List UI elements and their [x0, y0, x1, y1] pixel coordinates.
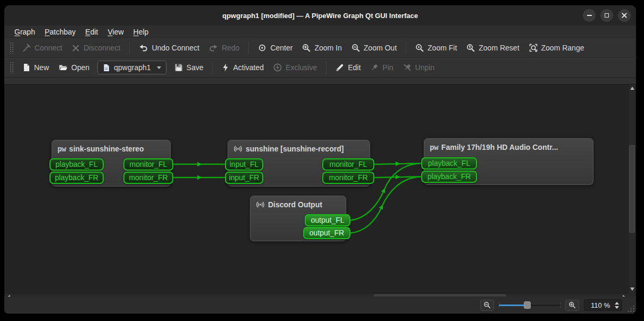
zoom-out-icon — [352, 44, 360, 52]
zoom-spinbox[interactable]: 110 % — [584, 299, 622, 311]
menu-patchbay[interactable]: Patchbay — [40, 27, 80, 37]
port-playback-fr[interactable]: playback_FR — [49, 172, 104, 184]
zoom-slider-fill — [499, 305, 527, 306]
pin-icon — [370, 63, 379, 72]
node-title: Family 17h/19h HD Audio Contr... — [441, 143, 558, 151]
window-title: qpwgraph1 [modified] — A PipeWire Graph … — [222, 12, 418, 20]
patchbay-file-label: qpwgraph1 — [114, 63, 150, 72]
spin-down-icon[interactable] — [615, 306, 619, 309]
port-monitor-fl[interactable]: monitor_FL — [322, 158, 374, 171]
zoom-reset-button[interactable]: Zoom Reset — [462, 41, 524, 55]
wire-arrow-icon — [197, 162, 202, 166]
pin-button[interactable]: Pin — [365, 61, 398, 74]
wire-arrow-icon — [396, 162, 400, 166]
resize-grip[interactable] — [627, 305, 634, 312]
save-icon — [174, 63, 183, 72]
port-playback-fr[interactable]: playback_FR — [421, 171, 477, 183]
pipewire-icon: pw — [430, 143, 438, 151]
scroll-down-icon[interactable] — [630, 288, 634, 291]
chevron-down-icon — [157, 66, 161, 69]
save-button[interactable]: Save — [170, 61, 208, 74]
center-button[interactable]: Center — [253, 41, 297, 55]
disconnect-button[interactable]: Disconnect — [67, 41, 125, 55]
port-monitor-fl[interactable]: monitor_FL — [123, 158, 173, 171]
zoom-slider-handle[interactable] — [524, 301, 531, 309]
statusbar: 110 % — [4, 297, 636, 314]
connections-layer — [5, 85, 628, 293]
port-playback-fl[interactable]: playback_FL — [421, 157, 477, 170]
zoom-range-button[interactable]: Zoom Range — [524, 41, 589, 55]
zoom-in-mini-button[interactable] — [565, 300, 579, 311]
patchbay-file-icon — [103, 64, 110, 72]
zoom-in-mini-icon — [568, 301, 576, 309]
minimize-button[interactable] — [583, 9, 596, 22]
toolbar-separator — [406, 41, 406, 54]
wire-arrow-icon — [379, 204, 385, 209]
minimize-icon — [587, 15, 592, 16]
zoom-slider[interactable] — [499, 300, 561, 310]
redo-button[interactable]: Redo — [204, 41, 244, 55]
node-title: sink-sunshine-stereo — [69, 145, 144, 153]
wire-arrow-icon — [396, 175, 400, 179]
patchbay-toolbar: New Open qpwgraph1 Save Activated Exclus… — [4, 58, 636, 78]
vertical-scrollbar-thumb[interactable] — [629, 145, 635, 233]
toolbar-separator — [129, 41, 130, 54]
node-title: Discord Output — [268, 200, 322, 209]
port-input-fl[interactable]: input_FL — [225, 158, 263, 171]
zoom-reset-icon — [466, 44, 475, 52]
scroll-up-icon[interactable] — [630, 87, 634, 90]
zoom-value[interactable]: 110 % — [589, 301, 610, 309]
port-input-fr[interactable]: input_FR — [225, 172, 263, 184]
toolbar-drag-handle[interactable] — [10, 62, 13, 73]
exclusive-button[interactable]: Exclusive — [269, 61, 322, 74]
menu-view[interactable]: View — [103, 27, 128, 37]
app-window: qpwgraph1 [modified] — A PipeWire Graph … — [4, 5, 636, 314]
open-folder-icon — [58, 63, 68, 72]
graph-central-widget: pw sink-sunshine-stereo playback_FL play… — [4, 84, 636, 302]
broadcast-icon — [233, 145, 242, 153]
port-output-fr[interactable]: output_FR — [303, 227, 350, 239]
spin-up-icon[interactable] — [615, 302, 619, 305]
connect-button[interactable]: Connect — [18, 41, 67, 55]
zoom-out-mini-icon — [483, 301, 491, 309]
new-button[interactable]: New — [18, 61, 54, 74]
close-icon — [622, 13, 627, 18]
zoom-out-button[interactable]: Zoom Out — [347, 41, 402, 55]
window-controls — [583, 9, 631, 22]
menu-help[interactable]: Help — [129, 27, 154, 37]
menu-graph[interactable]: Graph — [10, 27, 40, 37]
titlebar[interactable]: qpwgraph1 [modified] — A PipeWire Graph … — [4, 5, 636, 26]
lightning-icon — [222, 63, 229, 72]
undo-connect-button[interactable]: Undo Connect — [134, 41, 204, 55]
zoom-fit-button[interactable]: Zoom Fit — [411, 41, 462, 55]
zoom-out-mini-button[interactable] — [480, 300, 494, 311]
open-button[interactable]: Open — [54, 61, 94, 74]
close-button[interactable] — [618, 9, 631, 22]
new-file-icon — [22, 63, 30, 72]
broadcast-icon — [256, 200, 265, 209]
menubar: Graph Patchbay Edit View Help — [4, 26, 636, 38]
port-monitor-fr[interactable]: monitor_FR — [322, 172, 374, 184]
graph-toolbar: Connect Disconnect Undo Connect Redo Cen… — [4, 38, 636, 58]
circled-lightning-icon — [273, 63, 282, 72]
port-monitor-fr[interactable]: monitor_FR — [123, 172, 173, 184]
pipewire-icon: pw — [57, 145, 66, 153]
zoom-fit-icon — [415, 44, 424, 52]
activated-button[interactable]: Activated — [217, 61, 269, 74]
maximize-button[interactable] — [600, 9, 613, 22]
port-playback-fl[interactable]: playback_FL — [49, 158, 104, 171]
zoom-in-button[interactable]: Zoom In — [297, 41, 346, 55]
toolbar-separator — [212, 61, 213, 74]
vertical-scrollbar[interactable] — [628, 85, 635, 293]
disconnect-icon — [72, 44, 80, 52]
toolbar-separator — [326, 61, 327, 74]
menu-edit[interactable]: Edit — [80, 27, 103, 37]
toolbar-drag-handle[interactable] — [10, 42, 13, 54]
edit-button[interactable]: Edit — [331, 61, 365, 74]
zoom-range-icon — [529, 44, 538, 52]
graph-canvas[interactable]: pw sink-sunshine-stereo playback_FL play… — [5, 85, 628, 293]
unpin-button[interactable]: Unpin — [398, 61, 440, 74]
port-output-fl[interactable]: output_FL — [305, 214, 350, 226]
maximize-icon — [605, 13, 609, 18]
patchbay-file-combobox[interactable]: qpwgraph1 — [97, 61, 166, 74]
